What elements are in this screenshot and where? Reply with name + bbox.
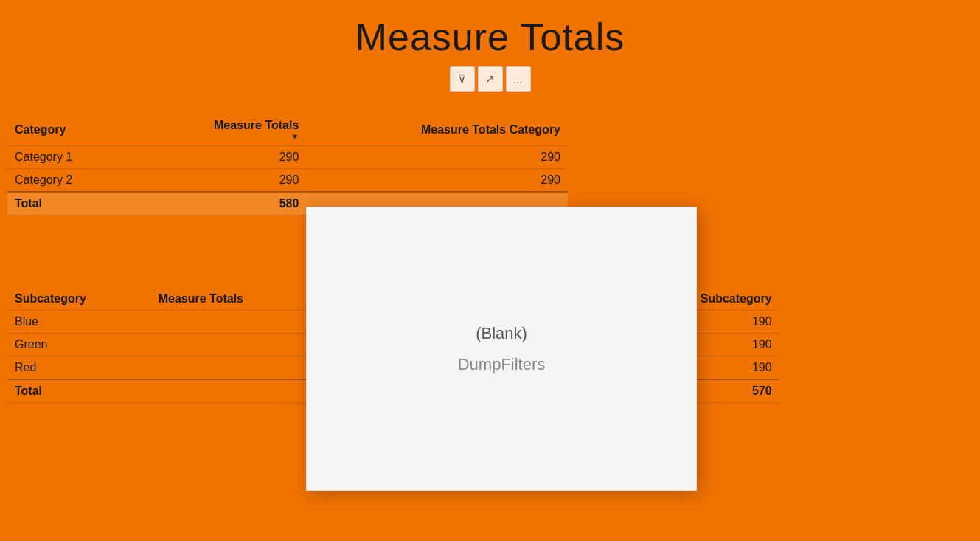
top-table: Category Measure Totals ▼ Measure Totals…: [7, 114, 568, 216]
filter-button[interactable]: ⊽: [450, 66, 475, 92]
measure-cell: [103, 356, 251, 380]
popup-dumpfilters-text: DumpFilters: [458, 355, 546, 374]
toolbar: ⊽ ↗ ...: [0, 66, 980, 92]
measure-totals-cat-cell: 290: [306, 169, 568, 193]
more-options-button[interactable]: ...: [506, 66, 531, 92]
popup-panel: (Blank) DumpFilters: [306, 207, 697, 491]
measure-totals-cell: 290: [119, 169, 306, 193]
top-col-measure-totals: Measure Totals ▼: [119, 114, 306, 146]
category-cell: Category 1: [7, 146, 119, 169]
measure-totals-cat-cell: 290: [306, 146, 568, 169]
table-row: Category 1 290 290: [7, 146, 568, 169]
total-measure: 580: [119, 192, 306, 216]
page-title: Measure Totals: [0, 0, 980, 59]
top-col-measure-totals-category: Measure Totals Category: [306, 114, 568, 146]
bottom-total-label: Total: [7, 379, 103, 403]
popup-blank-text: (Blank): [476, 324, 527, 343]
top-col-category: Category: [7, 114, 119, 146]
category-cell: Category 2: [7, 169, 119, 193]
subcategory-cell: Blue: [7, 311, 103, 334]
bottom-col-measure-totals: Measure Totals: [103, 288, 251, 311]
total-label: Total: [7, 192, 119, 216]
measure-totals-cell: 290: [119, 146, 306, 169]
subcategory-cell: Red: [7, 356, 103, 380]
measure-cell: [103, 334, 251, 356]
table-row: Category 2 290 290: [7, 169, 568, 193]
measure-cell: [103, 311, 251, 334]
subcategory-cell: Green: [7, 334, 103, 356]
export-button[interactable]: ↗: [478, 66, 503, 92]
bottom-col-subcategory: Subcategory: [7, 288, 103, 311]
